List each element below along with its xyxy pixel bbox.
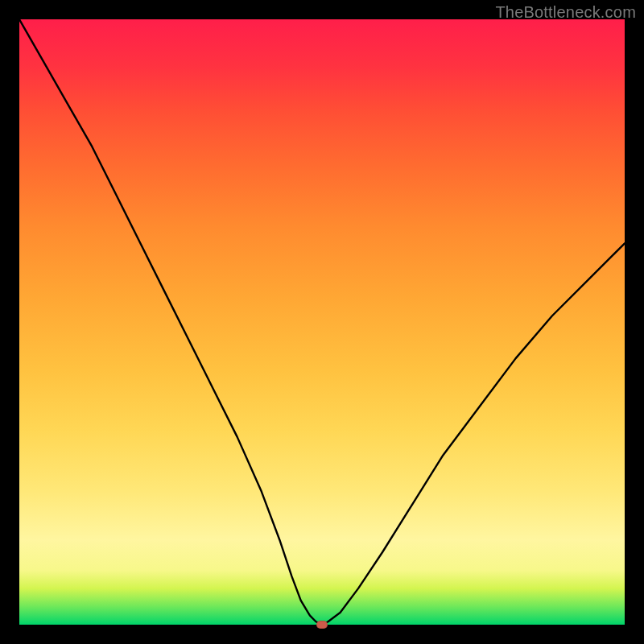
bottleneck-curve [19, 19, 625, 625]
plot-area [19, 19, 625, 625]
optimal-point-marker [316, 621, 328, 629]
chart-frame: TheBottleneck.com [0, 0, 644, 644]
watermark-text: TheBottleneck.com [495, 3, 636, 22]
